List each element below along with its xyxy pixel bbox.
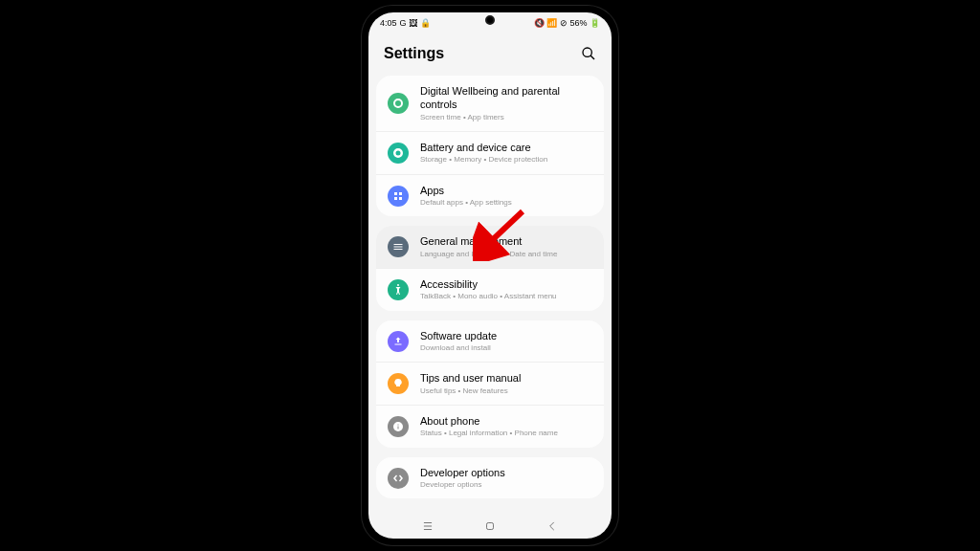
settings-item-wellbeing[interactable]: Digital Wellbeing and parental controlsS… — [376, 76, 604, 131]
settings-item-dev[interactable]: Developer optionsDeveloper options — [376, 457, 604, 499]
item-title: Software update — [420, 329, 592, 342]
svg-line-1 — [590, 55, 594, 59]
item-subtitle: Language and keyboard • Date and time — [420, 250, 592, 259]
settings-group: Digital Wellbeing and parental controlsS… — [376, 76, 604, 216]
status-left-icons: G 🖼 🔒 — [400, 18, 431, 28]
svg-rect-5 — [486, 523, 493, 530]
item-title: Digital Wellbeing and parental controls — [420, 84, 592, 112]
status-time: 4:05 — [380, 18, 397, 28]
tips-icon — [388, 373, 409, 394]
page-title: Settings — [384, 45, 444, 62]
accessibility-icon — [388, 279, 409, 300]
general-icon — [388, 236, 409, 257]
svg-point-0 — [583, 48, 591, 56]
settings-item-update[interactable]: Software updateDownload and install — [376, 320, 604, 363]
front-camera — [485, 15, 495, 25]
item-title: About phone — [420, 414, 592, 428]
item-subtitle: TalkBack • Mono audio • Assistant menu — [420, 292, 592, 301]
item-subtitle: Download and install — [420, 343, 592, 353]
recents-button[interactable] — [421, 519, 434, 533]
item-title: Apps — [420, 184, 592, 197]
settings-item-about[interactable]: About phoneStatus • Legal information • … — [376, 405, 604, 448]
screen: 4:05 G 🖼 🔒 🔇 📶 ⊘ 56% 🔋 Settings Digital … — [368, 12, 612, 539]
navigation-bar — [368, 514, 612, 539]
settings-item-tips[interactable]: Tips and user manualUseful tips • New fe… — [376, 362, 604, 405]
item-subtitle: Developer options — [420, 480, 592, 490]
settings-list: Digital Wellbeing and parental controlsS… — [368, 76, 612, 514]
settings-item-care[interactable]: Battery and device careStorage • Memory … — [376, 131, 604, 174]
home-button[interactable] — [483, 519, 497, 533]
search-icon[interactable] — [581, 46, 596, 61]
item-title: Battery and device care — [420, 141, 592, 154]
item-subtitle: Default apps • App settings — [420, 198, 592, 208]
settings-group: Developer optionsDeveloper options — [376, 457, 604, 499]
dev-icon — [388, 468, 409, 489]
care-icon — [388, 143, 409, 164]
settings-item-general[interactable]: General managementLanguage and keyboard … — [376, 226, 604, 268]
item-title: Tips and user manual — [420, 371, 592, 385]
status-right-icons: 🔇 📶 ⊘ 56% 🔋 — [534, 18, 600, 28]
back-button[interactable] — [546, 519, 559, 533]
phone-frame: 4:05 G 🖼 🔒 🔇 📶 ⊘ 56% 🔋 Settings Digital … — [362, 6, 618, 545]
item-subtitle: Status • Legal information • Phone name — [420, 429, 592, 438]
item-subtitle: Storage • Memory • Device protection — [420, 155, 592, 165]
header: Settings — [368, 33, 612, 76]
settings-group: Software updateDownload and installTips … — [376, 320, 604, 448]
settings-item-accessibility[interactable]: AccessibilityTalkBack • Mono audio • Ass… — [376, 268, 604, 311]
wellbeing-icon — [388, 93, 409, 114]
item-subtitle: Screen time • App timers — [420, 113, 592, 122]
update-icon — [388, 331, 409, 352]
about-icon — [388, 416, 409, 437]
item-title: Accessibility — [420, 277, 592, 291]
apps-icon — [388, 186, 409, 207]
item-title: Developer options — [420, 466, 592, 479]
item-title: General management — [420, 234, 592, 248]
item-subtitle: Useful tips • New features — [420, 386, 592, 396]
settings-item-apps[interactable]: AppsDefault apps • App settings — [376, 174, 604, 217]
settings-group: General managementLanguage and keyboard … — [376, 226, 604, 310]
